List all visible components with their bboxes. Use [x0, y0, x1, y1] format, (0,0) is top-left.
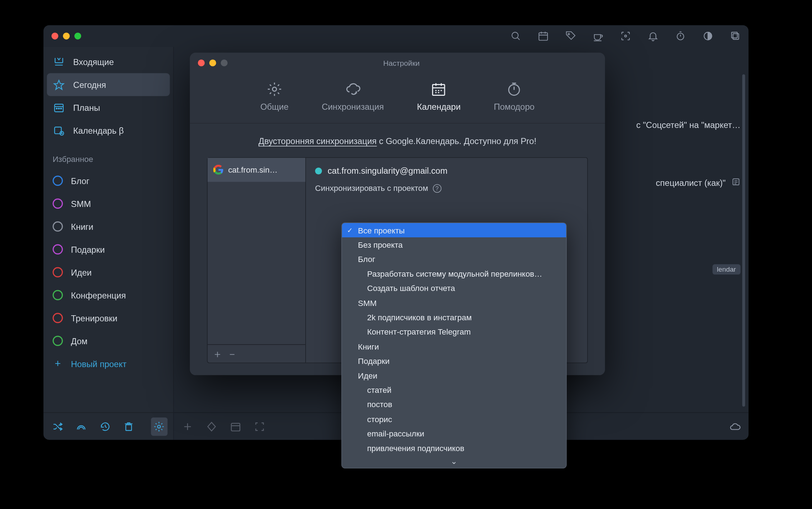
project-label: Конференция	[71, 290, 126, 300]
dropdown-item[interactable]: Все проекты	[342, 223, 566, 238]
window-minimize-icon[interactable]	[63, 33, 70, 39]
settings-icon[interactable]	[151, 417, 168, 435]
project-label: SMM	[71, 199, 91, 208]
svg-point-20	[58, 108, 59, 109]
svg-line-1	[517, 38, 520, 40]
sidebar-project-item[interactable]: Конференция	[44, 284, 173, 307]
dropdown-item[interactable]: привлечения подписчиков	[342, 441, 566, 455]
focus-icon[interactable]	[619, 30, 632, 42]
project-label: Подарки	[71, 244, 105, 254]
sidebar-item-label: Сегодня	[73, 80, 106, 89]
window-close-icon[interactable]	[51, 33, 58, 39]
sidebar-item-inbox[interactable]: Входящие	[44, 50, 173, 73]
account-item[interactable]: cat.from.sin…	[208, 158, 306, 182]
window-close-icon[interactable]	[198, 59, 205, 66]
task-row[interactable]: lendar	[712, 264, 741, 275]
sidebar-item-label: Планы	[73, 103, 100, 112]
google-icon	[213, 165, 224, 175]
svg-marker-16	[54, 80, 64, 89]
search-icon[interactable]	[510, 30, 522, 42]
dropdown-item[interactable]: Контент-стратегия Telegram	[342, 325, 566, 339]
window-zoom-icon[interactable]	[74, 33, 81, 39]
project-dropdown[interactable]: Все проектыБез проектаБлогРазработать си…	[341, 222, 566, 468]
new-project-button[interactable]: + Новый проект	[44, 352, 173, 375]
project-label: Книги	[71, 222, 93, 231]
tab-pomodoro[interactable]: Помодоро	[494, 81, 535, 112]
window-minimize-icon[interactable]	[209, 59, 216, 66]
dropdown-item[interactable]: статей	[342, 383, 566, 397]
account-email-line: cat.from.singularity@gmail.com	[315, 165, 578, 184]
sidebar-project-item[interactable]: Тренировки	[44, 307, 173, 330]
sync-pro-message: Двусторонняя синхронизация с Google.Кале…	[207, 136, 588, 146]
dropdown-item[interactable]: Создать шаблон отчета	[342, 281, 566, 296]
sidebar-project-item[interactable]: Дом	[44, 330, 173, 352]
dropdown-item[interactable]: Блог	[342, 252, 566, 267]
sidebar: Входящие Сегодня Планы Календарь β	[44, 47, 174, 440]
project-label: Тренировки	[71, 313, 117, 323]
sidebar-item-today[interactable]: Сегодня	[47, 73, 170, 96]
calendar-icon[interactable]	[537, 30, 549, 42]
tab-general[interactable]: Общие	[260, 81, 288, 112]
theme-icon[interactable]	[702, 30, 714, 42]
task-row[interactable]: специалист (как)"	[656, 177, 741, 188]
help-icon[interactable]: ?	[433, 184, 441, 192]
tab-label: Календари	[417, 102, 461, 112]
dropdown-item[interactable]: SMM	[342, 296, 566, 310]
sidebar-project-item[interactable]: Идеи	[44, 261, 173, 284]
tab-label: Помодоро	[494, 102, 535, 112]
bell-icon[interactable]	[647, 30, 659, 42]
tab-sync[interactable]: Синхронизация	[322, 81, 384, 112]
dropdown-item[interactable]: сторис	[342, 412, 566, 426]
expand-icon[interactable]	[253, 420, 266, 433]
tag-icon[interactable]	[564, 30, 577, 42]
accounts-list: cat.from.sin… ＋ －	[208, 158, 306, 363]
dropdown-item[interactable]: постов	[342, 397, 566, 412]
star-icon	[53, 78, 65, 91]
windows-icon[interactable]	[729, 30, 742, 42]
inbox-icon	[53, 55, 65, 68]
sidebar-project-item[interactable]: Блог	[44, 169, 173, 192]
svg-point-19	[56, 108, 57, 109]
dropdown-item[interactable]: Книги	[342, 339, 566, 354]
accounts-footer: ＋ －	[208, 344, 306, 362]
plans-icon	[53, 101, 65, 114]
priority-icon[interactable]	[205, 420, 218, 433]
sidebar-project-item[interactable]: Книги	[44, 215, 173, 238]
cloud-icon[interactable]	[728, 420, 742, 433]
status-dot-icon	[315, 167, 322, 174]
sidebar-item-calendar[interactable]: Календарь β	[44, 119, 173, 142]
project-label: Дом	[71, 336, 87, 346]
svg-rect-41	[231, 423, 240, 430]
dropdown-scroll-down-icon[interactable]: ⌄	[342, 455, 566, 468]
plus-icon: +	[53, 358, 63, 370]
dropdown-item[interactable]: Разработать систему модульной перелинков…	[342, 267, 566, 281]
sidebar-project-item[interactable]: Подарки	[44, 238, 173, 261]
history-icon[interactable]	[96, 417, 113, 435]
dropdown-item[interactable]: Подарки	[342, 354, 566, 369]
settings-tabs: Общие Синхронизация Календари Помодоро	[190, 73, 605, 124]
trash-icon[interactable]	[120, 417, 137, 435]
timer-icon[interactable]	[674, 30, 687, 42]
remove-account-icon[interactable]: －	[227, 347, 237, 360]
shuffle-icon[interactable]	[49, 417, 66, 435]
tab-label: Синхронизация	[322, 102, 384, 112]
schedule-icon[interactable]	[229, 420, 242, 433]
sidebar-project-item[interactable]: SMM	[44, 192, 173, 215]
dropdown-item[interactable]: 2k подписчиков в инстаграм	[342, 310, 566, 325]
svg-point-43	[272, 87, 276, 91]
sync-link[interactable]: Двусторонняя синхронизация	[258, 136, 377, 147]
sidebar-item-plans[interactable]: Планы	[44, 96, 173, 119]
dropdown-item[interactable]: Идеи	[342, 368, 566, 383]
dropdown-item[interactable]: email-рассылки	[342, 426, 566, 441]
dropdown-item[interactable]: Без проекта	[342, 238, 566, 252]
new-project-label: Новый проект	[71, 359, 127, 369]
coffee-icon[interactable]	[592, 30, 604, 42]
add-icon[interactable]	[181, 420, 194, 433]
sidebar-section-favorites: Избранное	[44, 142, 173, 169]
tab-calendars[interactable]: Календари	[417, 81, 461, 112]
task-row[interactable]: с "Соцсетей" на "маркет…	[636, 120, 741, 130]
calendar-badge: lendar	[712, 264, 741, 275]
scrollbar[interactable]	[742, 74, 745, 407]
rainbow-icon[interactable]	[73, 417, 90, 435]
add-account-icon[interactable]: ＋	[212, 347, 223, 360]
